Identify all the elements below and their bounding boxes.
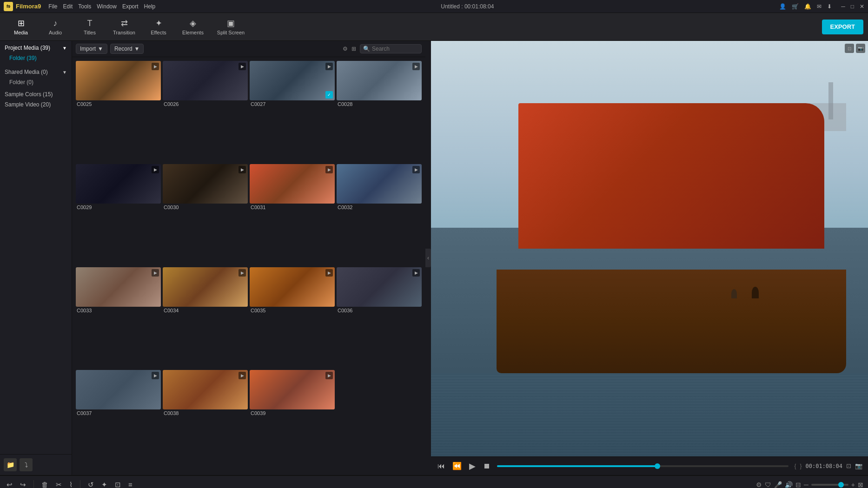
toolbar-transition[interactable]: ⇄ Transition [108,15,140,39]
sample-video-label: Sample Video (20) [5,101,51,108]
menu-export[interactable]: Export [122,3,139,10]
step-back-button[interactable]: ⏪ [451,461,463,471]
fullscreen-icon[interactable]: ⊡ [846,462,851,469]
panel-folder[interactable]: Folder (39) [0,53,72,63]
media-item-c0027[interactable]: ▶ ✓ C0027 [250,61,335,162]
progress-fill [497,465,657,467]
export-button[interactable]: EXPORT [822,20,863,34]
preview-video: ⊡ 📷 [431,41,868,456]
search-input[interactable] [372,46,418,52]
toolbar-titles[interactable]: T Titles [73,15,106,39]
toolbar-audio[interactable]: ♪ Audio [39,15,72,39]
search-container: 🔍 [360,44,422,53]
record-chevron: ▼ [134,46,140,52]
record-dropdown[interactable]: Record ▼ [110,44,144,54]
preview-progress-bar[interactable] [497,465,788,467]
crop-button[interactable]: ✦ [99,480,109,488]
tl-shield-icon[interactable]: 🛡 [765,481,771,488]
toolbar-divider-2 [80,480,80,488]
tl-zoom-minus[interactable]: ─ [804,481,808,488]
media-item-c0030[interactable]: ▶ C0030 [163,164,248,265]
maximize-btn[interactable]: □ [851,3,854,10]
tl-fit-icon[interactable]: ⊠ [858,481,863,488]
tl-pip-icon[interactable]: ⊟ [795,481,801,488]
panel-sample-colors[interactable]: Sample Colors (15) [0,89,72,99]
media-item-c0036[interactable]: ▶ C0036 [337,267,422,369]
media-label-c0027: C0027 [250,101,335,107]
media-check-icon: ✓ [325,91,333,99]
panel-sample-video[interactable]: Sample Video (20) [0,99,72,110]
menu-file[interactable]: File [48,3,57,10]
minimize-btn[interactable]: ─ [841,3,845,10]
media-item-c0039[interactable]: ▶ C0039 [250,370,335,471]
split-button[interactable]: ⌇ [67,480,74,488]
cart-icon[interactable]: 🛒 [792,3,799,10]
toolbar-elements[interactable]: ◈ Elements [177,15,209,39]
tl-zoom-plus[interactable]: + [851,481,855,488]
stabilize-button[interactable]: ⊡ [113,480,123,488]
media-item-c0031[interactable]: ▶ C0031 [250,164,335,265]
preview-controls: ⏮ ⏪ ▶ ⏹ { } 00:01:08:04 ⊡ 📷 [431,456,868,475]
delete-button[interactable]: 🗑 [40,480,50,488]
menu-window[interactable]: Window [97,3,117,10]
rewind-button[interactable]: ⏮ [437,461,446,471]
media-item-c0028[interactable]: ▶ C0028 [337,61,422,162]
time-display: 00:01:08:04 [806,463,842,469]
close-btn[interactable]: ✕ [860,3,864,10]
rotate-button[interactable]: ↺ [86,480,96,488]
left-panel: Project Media (39) ▼ Folder (39) Shared … [0,41,72,475]
redo-button[interactable]: ↪ [18,480,28,488]
menu-help[interactable]: Help [144,3,156,10]
toolbar-effects[interactable]: ✦ Effects [142,15,175,39]
media-type-icon: ▶ [412,63,420,70]
media-item-c0035[interactable]: ▶ C0035 [250,267,335,369]
stop-button[interactable]: ⏹ [482,461,491,471]
menu-edit[interactable]: Edit [63,3,73,10]
download-icon[interactable]: ⬇ [827,3,832,10]
undo-button[interactable]: ↩ [5,480,14,488]
add-folder-button[interactable]: 📁 [4,458,17,471]
project-media-label: Project Media (39) [5,45,50,51]
tl-mic-icon[interactable]: 🎤 [774,481,782,488]
media-item-c0037[interactable]: ▶ C0037 [76,370,161,471]
play-button[interactable]: ▶ [468,460,477,472]
panel-shared-media[interactable]: Shared Media (0) ▼ [0,67,72,77]
notification-icon[interactable]: 🔔 [804,3,811,10]
splitscreen-label: Split Screen [217,30,245,35]
preview-overlay-btn2[interactable]: 📷 [856,44,865,53]
tl-speaker-icon[interactable]: 🔊 [785,481,793,488]
media-type-icon: ▶ [152,372,159,379]
cut-button[interactable]: ✂ [54,480,64,488]
media-item-c0038[interactable]: ▶ C0038 [163,370,248,471]
media-label-c0033: C0033 [76,308,161,313]
panel-shared-folder[interactable]: Folder (0) [0,77,72,87]
media-item-c0026[interactable]: ▶ C0026 [163,61,248,162]
zoom-slider[interactable] [811,484,848,486]
progress-handle[interactable] [655,463,660,469]
toolbar-media[interactable]: ⊞ Media [5,15,37,39]
panel-collapse-arrow[interactable]: ‹ [425,249,431,267]
import-dropdown[interactable]: Import ▼ [76,44,107,54]
tl-settings-icon[interactable]: ⚙ [756,481,762,488]
media-item-c0029[interactable]: ▶ C0029 [76,164,161,265]
audio-adjust-button[interactable]: ≡ [126,480,134,488]
screenshot-icon[interactable]: 📷 [855,462,862,469]
media-label-c0029: C0029 [76,204,161,210]
account-icon[interactable]: 👤 [779,3,786,10]
filter-icon[interactable]: ⚙ [343,46,348,52]
media-item-c0033[interactable]: ▶ C0033 [76,267,161,369]
message-icon[interactable]: ✉ [817,3,822,10]
panel-project-media[interactable]: Project Media (39) ▼ [0,43,72,53]
grid-icon[interactable]: ⊞ [351,46,356,52]
media-label-c0038: C0038 [163,410,248,416]
preview-overlay-btn1[interactable]: ⊡ [845,44,854,53]
media-item-c0025[interactable]: ▶ C0025 [76,61,161,162]
media-toolbar: Import ▼ Record ▼ ⚙ ⊞ 🔍 [72,41,425,57]
media-item-c0032[interactable]: ▶ C0032 [337,164,422,265]
record-label: Record [114,46,133,52]
media-type-icon: ▶ [239,63,246,70]
media-item-c0034[interactable]: ▶ C0034 [163,267,248,369]
menu-tools[interactable]: Tools [78,3,91,10]
import-folder-button[interactable]: ⤵ [20,458,33,471]
toolbar-splitscreen[interactable]: ▣ Split Screen [211,15,251,39]
